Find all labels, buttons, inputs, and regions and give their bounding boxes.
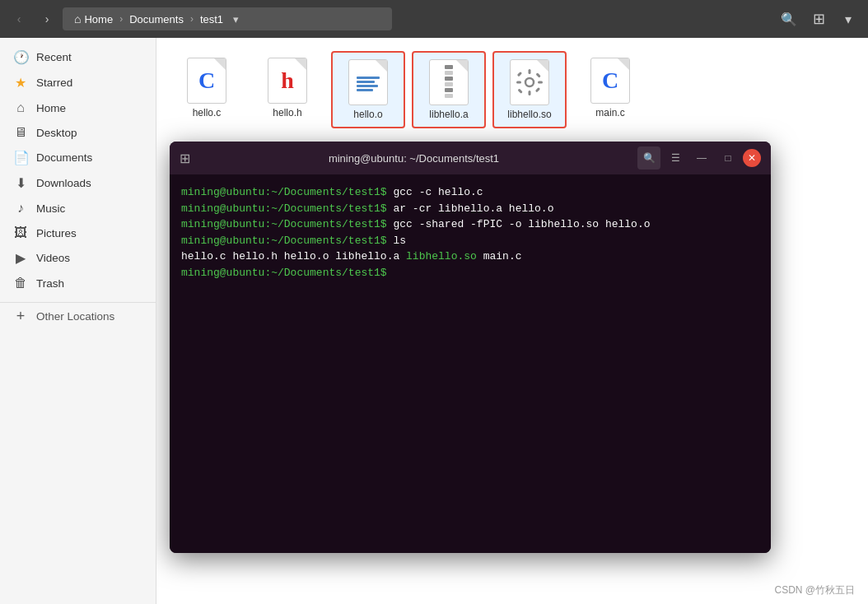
terminal-close-button[interactable]: ✕: [743, 149, 761, 167]
file-name-hello-o: hello.o: [353, 109, 382, 120]
svg-rect-9: [516, 81, 521, 84]
a-file-icon: [429, 59, 469, 105]
terminal-titlebar: ⊞ mining@ubuntu: ~/Documents/test1 🔍 ☰ —…: [170, 142, 771, 174]
view-options-button[interactable]: ⊞: [805, 6, 832, 32]
ls-main: main.c: [477, 250, 522, 263]
terminal-menu-button[interactable]: ☰: [664, 146, 687, 170]
terminal-search-button[interactable]: 🔍: [637, 146, 660, 170]
svg-rect-8: [529, 91, 531, 95]
sidebar-item-documents[interactable]: 📄 Documents: [0, 145, 156, 170]
sidebar-item-pictures[interactable]: 🖼 Pictures: [0, 221, 156, 245]
svg-rect-3: [445, 82, 453, 86]
file-item-hello-o[interactable]: hello.o: [331, 51, 405, 128]
last-prompt: mining@ubuntu:~/Documents/test1$: [181, 267, 387, 279]
home-icon: ⌂: [13, 100, 28, 115]
sidebar-item-other-locations[interactable]: + Other Locations: [0, 303, 156, 330]
file-icon-libhello-a: [429, 59, 469, 105]
sidebar-item-videos[interactable]: ▶ Videos: [0, 245, 156, 271]
o-file-icon: [348, 59, 388, 105]
forward-button[interactable]: ›: [35, 7, 59, 31]
downloads-icon: ⬇: [13, 175, 28, 191]
sidebar-label-desktop: Desktop: [36, 127, 77, 139]
c-file-icon-main: C: [590, 58, 630, 104]
svg-point-6: [525, 78, 534, 86]
file-item-libhello-a[interactable]: libhello.a: [412, 51, 486, 128]
file-item-hello-c[interactable]: C hello.c: [170, 51, 244, 128]
sidebar-item-desktop[interactable]: 🖥 Desktop: [0, 120, 156, 145]
file-grid: C hello.c h hello.h: [170, 51, 855, 128]
music-icon: ♪: [13, 201, 28, 216]
videos-icon: ▶: [13, 250, 28, 266]
svg-rect-11: [517, 72, 522, 77]
c-file-icon: C: [187, 58, 226, 104]
cmd-3: gcc -shared -fPIC -o libhello.so hello.o: [387, 218, 651, 230]
menu-button[interactable]: ▾: [835, 6, 861, 32]
other-locations-icon: +: [13, 308, 28, 325]
sidebar-label-recent: Recent: [36, 51, 72, 63]
terminal-title: mining@ubuntu: ~/Documents/test1: [197, 152, 631, 165]
sidebar-label-downloads: Downloads: [36, 177, 91, 189]
sidebar: 🕐 Recent ★ Starred ⌂ Home 🖥 Desktop 📄 Do…: [0, 38, 156, 604]
view-options-icon: ⊞: [813, 10, 825, 28]
cmd-2: ar -cr libhello.a hello.o: [387, 202, 554, 215]
h-file-icon: h: [268, 58, 307, 104]
titlebar-controls: 🔍 ☰ — □ ✕: [637, 146, 761, 170]
gear-svg: [516, 69, 543, 95]
breadcrumb-dropdown-button[interactable]: ▾: [230, 12, 242, 27]
svg-rect-5: [445, 94, 453, 98]
file-item-libhello-so[interactable]: libhello.so: [492, 51, 567, 128]
ls-files: hello.c hello.h hello.o libhello.a: [181, 250, 399, 263]
sidebar-item-home[interactable]: ⌂ Home: [0, 95, 156, 120]
file-icon-hello-o: [348, 59, 388, 105]
sidebar-item-recent[interactable]: 🕐 Recent: [0, 44, 156, 70]
prompt-2: mining@ubuntu:~/Documents/test1$: [181, 202, 387, 215]
sidebar-label-trash: Trash: [36, 277, 64, 290]
file-name-hello-c: hello.c: [193, 107, 222, 118]
breadcrumb: ⌂Home › Documents › test1 ▾: [63, 7, 392, 30]
menu-icon: ▾: [845, 12, 852, 27]
archive-svg: [436, 65, 462, 100]
recent-icon: 🕐: [13, 49, 28, 65]
file-name-libhello-a: libhello.a: [429, 109, 468, 120]
file-name-libhello-so: libhello.so: [507, 109, 551, 120]
starred-icon: ★: [13, 75, 28, 91]
terminal-body[interactable]: mining@ubuntu:~/Documents/test1$ gcc -c …: [170, 174, 771, 553]
file-item-main-c[interactable]: C main.c: [573, 51, 647, 128]
sidebar-item-trash[interactable]: 🗑 Trash: [0, 271, 156, 295]
sidebar-label-videos: Videos: [36, 252, 70, 264]
svg-rect-10: [538, 81, 543, 84]
main-layout: 🕐 Recent ★ Starred ⌂ Home 🖥 Desktop 📄 Do…: [0, 38, 868, 604]
trash-icon: 🗑: [13, 276, 28, 290]
search-button[interactable]: 🔍: [776, 6, 802, 32]
so-file-icon: [510, 59, 549, 105]
breadcrumb-sep-2: ›: [190, 13, 194, 25]
search-icon: 🔍: [781, 12, 797, 27]
terminal-line-1: mining@ubuntu:~/Documents/test1$ gcc -c …: [181, 184, 759, 201]
sidebar-label-music: Music: [36, 202, 65, 215]
breadcrumb-sep-1: ›: [119, 13, 123, 25]
file-icon-main-c: C: [590, 58, 630, 104]
sidebar-item-music[interactable]: ♪ Music: [0, 196, 156, 221]
svg-rect-1: [445, 71, 453, 75]
terminal-maximize-button[interactable]: □: [716, 146, 740, 170]
file-icon-hello-h: h: [268, 58, 307, 104]
back-button[interactable]: ‹: [7, 7, 31, 31]
breadcrumb-documents[interactable]: Documents: [124, 12, 189, 27]
terminal-ls-output: hello.c hello.h hello.o libhello.a libhe…: [181, 249, 759, 265]
terminal-line-3: mining@ubuntu:~/Documents/test1$ gcc -sh…: [181, 216, 759, 233]
cmd-4: ls: [387, 235, 406, 247]
file-icon-hello-c: C: [187, 58, 226, 104]
sidebar-label-home: Home: [36, 102, 66, 114]
prompt-1: mining@ubuntu:~/Documents/test1$: [181, 186, 387, 198]
sidebar-item-downloads[interactable]: ⬇ Downloads: [0, 170, 156, 196]
breadcrumb-home[interactable]: ⌂Home: [69, 11, 118, 27]
file-item-hello-h[interactable]: h hello.h: [250, 51, 324, 128]
breadcrumb-test1[interactable]: test1: [195, 12, 228, 27]
prompt-4: mining@ubuntu:~/Documents/test1$: [181, 235, 387, 247]
svg-rect-0: [445, 65, 453, 69]
desktop-icon: 🖥: [13, 125, 28, 140]
file-name-main-c: main.c: [595, 107, 624, 118]
sidebar-item-starred[interactable]: ★ Starred: [0, 70, 156, 95]
terminal-minimize-button[interactable]: —: [690, 146, 713, 170]
svg-rect-13: [517, 88, 522, 93]
